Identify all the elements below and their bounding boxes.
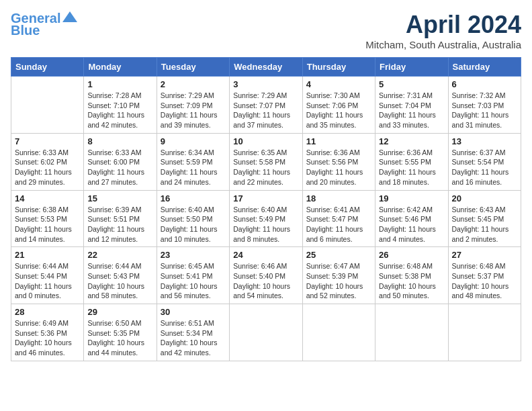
calendar-cell: 22Sunrise: 6:44 AMSunset: 5:43 PMDayligh… <box>84 247 157 304</box>
calendar-cell: 17Sunrise: 6:40 AMSunset: 5:49 PMDayligh… <box>230 190 302 247</box>
cell-info: Sunrise: 6:33 AMSunset: 6:00 PMDaylight:… <box>87 148 152 187</box>
weekday-header-tuesday: Tuesday <box>157 58 229 77</box>
cell-info: Sunrise: 6:49 AMSunset: 5:36 PMDaylight:… <box>15 318 80 358</box>
page-header: General Blue April 2024 Mitcham, South A… <box>11 11 521 50</box>
cell-info: Sunrise: 7:29 AMSunset: 7:07 PMDaylight:… <box>233 91 298 130</box>
calendar-cell: 7Sunrise: 6:33 AMSunset: 6:02 PMDaylight… <box>11 133 84 190</box>
day-number: 16 <box>161 193 226 203</box>
weekday-header-monday: Monday <box>84 58 157 77</box>
month-title: April 2024 <box>365 11 521 39</box>
day-number: 5 <box>379 79 444 89</box>
calendar-cell <box>11 77 84 134</box>
calendar-cell: 25Sunrise: 6:47 AMSunset: 5:39 PMDayligh… <box>302 247 375 304</box>
day-number: 11 <box>306 136 371 146</box>
cell-info: Sunrise: 6:42 AMSunset: 5:46 PMDaylight:… <box>379 205 444 244</box>
cell-info: Sunrise: 6:45 AMSunset: 5:41 PMDaylight:… <box>161 261 226 301</box>
day-number: 27 <box>452 250 517 260</box>
cell-info: Sunrise: 6:41 AMSunset: 5:47 PMDaylight:… <box>306 205 371 244</box>
cell-info: Sunrise: 7:29 AMSunset: 7:09 PMDaylight:… <box>161 91 226 130</box>
logo: General Blue <box>11 11 77 38</box>
calendar-cell: 30Sunrise: 6:51 AMSunset: 5:34 PMDayligh… <box>157 304 229 361</box>
calendar-cell: 26Sunrise: 6:48 AMSunset: 5:38 PMDayligh… <box>375 247 448 304</box>
day-number: 9 <box>161 136 226 146</box>
calendar-week-row: 21Sunrise: 6:44 AMSunset: 5:44 PMDayligh… <box>11 247 521 304</box>
cell-info: Sunrise: 6:48 AMSunset: 5:38 PMDaylight:… <box>379 261 444 301</box>
cell-info: Sunrise: 6:44 AMSunset: 5:44 PMDaylight:… <box>15 261 80 301</box>
cell-info: Sunrise: 7:28 AMSunset: 7:10 PMDaylight:… <box>87 91 152 130</box>
calendar-cell: 21Sunrise: 6:44 AMSunset: 5:44 PMDayligh… <box>11 247 84 304</box>
cell-info: Sunrise: 6:44 AMSunset: 5:43 PMDaylight:… <box>87 261 152 301</box>
day-number: 13 <box>452 136 517 146</box>
calendar-week-row: 7Sunrise: 6:33 AMSunset: 6:02 PMDaylight… <box>11 133 521 190</box>
day-number: 14 <box>15 193 80 203</box>
day-number: 26 <box>379 250 444 260</box>
day-number: 30 <box>161 307 226 317</box>
calendar-cell: 6Sunrise: 7:32 AMSunset: 7:03 PMDaylight… <box>448 77 521 134</box>
day-number: 20 <box>452 193 517 203</box>
weekday-header-sunday: Sunday <box>11 58 84 77</box>
calendar-cell: 1Sunrise: 7:28 AMSunset: 7:10 PMDaylight… <box>84 77 157 134</box>
cell-info: Sunrise: 6:33 AMSunset: 6:02 PMDaylight:… <box>15 148 80 187</box>
calendar-cell: 13Sunrise: 6:37 AMSunset: 5:54 PMDayligh… <box>448 133 521 190</box>
day-number: 8 <box>87 136 152 146</box>
calendar-cell: 3Sunrise: 7:29 AMSunset: 7:07 PMDaylight… <box>230 77 302 134</box>
calendar-cell: 24Sunrise: 6:46 AMSunset: 5:40 PMDayligh… <box>230 247 302 304</box>
calendar-cell <box>375 304 448 361</box>
location-title: Mitcham, South Australia, Australia <box>365 39 521 50</box>
cell-info: Sunrise: 6:47 AMSunset: 5:39 PMDaylight:… <box>306 261 371 301</box>
day-number: 10 <box>233 136 298 146</box>
calendar-cell: 20Sunrise: 6:43 AMSunset: 5:45 PMDayligh… <box>448 190 521 247</box>
weekday-header-wednesday: Wednesday <box>230 58 302 77</box>
cell-info: Sunrise: 6:37 AMSunset: 5:54 PMDaylight:… <box>452 148 517 187</box>
cell-info: Sunrise: 6:40 AMSunset: 5:50 PMDaylight:… <box>161 205 226 244</box>
day-number: 17 <box>233 193 298 203</box>
cell-info: Sunrise: 6:36 AMSunset: 5:55 PMDaylight:… <box>379 148 444 187</box>
logo-icon <box>62 11 77 22</box>
calendar-cell: 10Sunrise: 6:35 AMSunset: 5:58 PMDayligh… <box>230 133 302 190</box>
day-number: 28 <box>15 307 80 317</box>
weekday-header-thursday: Thursday <box>302 58 375 77</box>
calendar-cell: 2Sunrise: 7:29 AMSunset: 7:09 PMDaylight… <box>157 77 229 134</box>
day-number: 22 <box>87 250 152 260</box>
calendar-cell: 28Sunrise: 6:49 AMSunset: 5:36 PMDayligh… <box>11 304 84 361</box>
logo-line2: Blue <box>11 23 40 38</box>
title-block: April 2024 Mitcham, South Australia, Aus… <box>365 11 521 50</box>
calendar-cell: 16Sunrise: 6:40 AMSunset: 5:50 PMDayligh… <box>157 190 229 247</box>
cell-info: Sunrise: 6:50 AMSunset: 5:35 PMDaylight:… <box>87 318 152 358</box>
calendar-cell <box>302 304 375 361</box>
cell-info: Sunrise: 6:48 AMSunset: 5:37 PMDaylight:… <box>452 261 517 301</box>
calendar-week-row: 14Sunrise: 6:38 AMSunset: 5:53 PMDayligh… <box>11 190 521 247</box>
day-number: 25 <box>306 250 371 260</box>
cell-info: Sunrise: 6:40 AMSunset: 5:49 PMDaylight:… <box>233 205 298 244</box>
day-number: 12 <box>379 136 444 146</box>
cell-info: Sunrise: 6:34 AMSunset: 5:59 PMDaylight:… <box>161 148 226 187</box>
day-number: 18 <box>306 193 371 203</box>
calendar-cell: 4Sunrise: 7:30 AMSunset: 7:06 PMDaylight… <box>302 77 375 134</box>
cell-info: Sunrise: 6:51 AMSunset: 5:34 PMDaylight:… <box>161 318 226 358</box>
day-number: 19 <box>379 193 444 203</box>
weekday-header-saturday: Saturday <box>448 58 521 77</box>
calendar-cell: 11Sunrise: 6:36 AMSunset: 5:56 PMDayligh… <box>302 133 375 190</box>
day-number: 6 <box>452 79 517 89</box>
cell-info: Sunrise: 6:43 AMSunset: 5:45 PMDaylight:… <box>452 205 517 244</box>
calendar-cell: 27Sunrise: 6:48 AMSunset: 5:37 PMDayligh… <box>448 247 521 304</box>
calendar-cell: 12Sunrise: 6:36 AMSunset: 5:55 PMDayligh… <box>375 133 448 190</box>
day-number: 3 <box>233 79 298 89</box>
calendar-cell: 19Sunrise: 6:42 AMSunset: 5:46 PMDayligh… <box>375 190 448 247</box>
calendar-cell: 29Sunrise: 6:50 AMSunset: 5:35 PMDayligh… <box>84 304 157 361</box>
calendar-week-row: 28Sunrise: 6:49 AMSunset: 5:36 PMDayligh… <box>11 304 521 361</box>
day-number: 21 <box>15 250 80 260</box>
calendar-cell <box>230 304 302 361</box>
cell-info: Sunrise: 7:30 AMSunset: 7:06 PMDaylight:… <box>306 91 371 130</box>
day-number: 29 <box>87 307 152 317</box>
calendar-cell: 23Sunrise: 6:45 AMSunset: 5:41 PMDayligh… <box>157 247 229 304</box>
day-number: 2 <box>161 79 226 89</box>
svg-marker-0 <box>62 11 77 22</box>
calendar-cell: 8Sunrise: 6:33 AMSunset: 6:00 PMDaylight… <box>84 133 157 190</box>
calendar-week-row: 1Sunrise: 7:28 AMSunset: 7:10 PMDaylight… <box>11 77 521 134</box>
cell-info: Sunrise: 6:46 AMSunset: 5:40 PMDaylight:… <box>233 261 298 301</box>
calendar-cell: 18Sunrise: 6:41 AMSunset: 5:47 PMDayligh… <box>302 190 375 247</box>
cell-info: Sunrise: 6:38 AMSunset: 5:53 PMDaylight:… <box>15 205 80 244</box>
day-number: 23 <box>161 250 226 260</box>
day-number: 1 <box>87 79 152 89</box>
